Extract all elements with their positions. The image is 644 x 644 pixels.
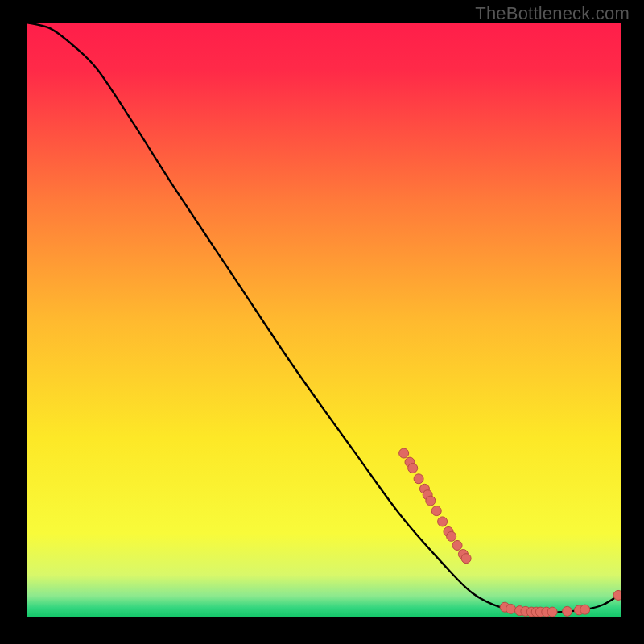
watermark-text: TheBottleneck.com [475, 3, 630, 24]
data-marker [447, 531, 456, 541]
chart-svg [27, 23, 621, 617]
data-marker [580, 605, 590, 614]
data-marker [563, 606, 572, 616]
data-marker [452, 540, 462, 550]
chart-background [27, 23, 621, 617]
bottleneck-chart [27, 23, 621, 617]
data-marker [426, 496, 436, 506]
data-marker [438, 517, 448, 526]
data-marker [461, 554, 471, 564]
data-marker [506, 604, 515, 613]
data-marker [408, 464, 418, 473]
data-marker [431, 506, 441, 516]
data-marker [613, 590, 621, 600]
data-marker [414, 474, 423, 484]
data-marker [547, 607, 557, 617]
data-marker [399, 448, 409, 458]
